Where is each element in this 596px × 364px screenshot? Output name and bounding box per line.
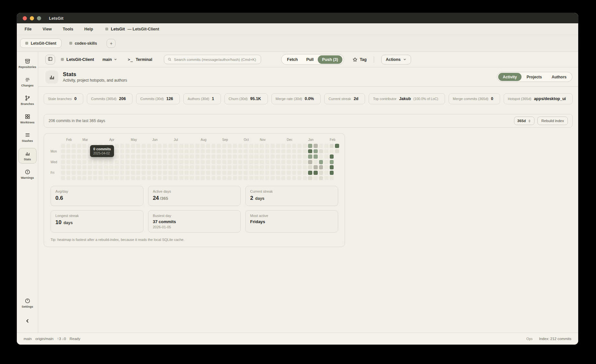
heatmap-cell[interactable] xyxy=(93,176,97,180)
heatmap-cell[interactable] xyxy=(206,144,210,148)
heatmap-cell[interactable] xyxy=(270,149,275,154)
heatmap-cell[interactable] xyxy=(233,154,237,159)
heatmap-cell[interactable] xyxy=(131,144,135,148)
heatmap-cell[interactable] xyxy=(303,176,307,180)
heatmap-cell[interactable] xyxy=(66,149,71,154)
heatmap-cell[interactable] xyxy=(281,176,285,180)
heatmap-cell[interactable] xyxy=(195,165,200,169)
heatmap-cell[interactable] xyxy=(265,176,269,180)
heatmap-cell[interactable] xyxy=(142,176,146,180)
heatmap-cell[interactable] xyxy=(158,144,162,148)
heatmap-cell[interactable] xyxy=(77,160,81,164)
sidebar-item-settings[interactable]: Settings xyxy=(18,295,37,311)
heatmap-cell[interactable] xyxy=(66,154,71,159)
heatmap-cell[interactable] xyxy=(206,149,210,154)
heatmap-cell[interactable] xyxy=(206,165,210,169)
heatmap-cell[interactable] xyxy=(201,149,205,154)
heatmap-cell[interactable] xyxy=(190,160,194,164)
heatmap-cell[interactable] xyxy=(303,149,307,154)
heatmap-cell[interactable] xyxy=(254,144,258,148)
heatmap-cell[interactable] xyxy=(61,144,65,148)
heatmap-cell[interactable] xyxy=(233,171,237,175)
heatmap-cell[interactable] xyxy=(238,171,243,175)
heatmap-cell[interactable] xyxy=(142,171,146,175)
heatmap-cell[interactable] xyxy=(147,160,151,164)
heatmap-cell[interactable] xyxy=(297,176,302,180)
heatmap-cell[interactable] xyxy=(319,154,323,159)
heatmap-cell[interactable] xyxy=(287,160,291,164)
heatmap-cell[interactable] xyxy=(195,154,200,159)
heatmap-cell[interactable] xyxy=(227,171,232,175)
heatmap-cell[interactable] xyxy=(72,176,76,180)
heatmap-cell[interactable] xyxy=(238,149,243,154)
heatmap-cell[interactable] xyxy=(195,160,200,164)
heatmap-cell[interactable] xyxy=(270,176,275,180)
heatmap-cell[interactable] xyxy=(233,160,237,164)
heatmap-cell[interactable] xyxy=(120,149,124,154)
heatmap-cell[interactable] xyxy=(174,160,178,164)
heatmap-cell[interactable] xyxy=(168,165,173,169)
heatmap-cell[interactable] xyxy=(292,171,296,175)
sidebar-item-branches[interactable]: Branches xyxy=(18,93,37,108)
heatmap-cell[interactable] xyxy=(227,176,232,180)
heatmap-cell[interactable] xyxy=(297,149,302,154)
heatmap-cell[interactable] xyxy=(131,160,135,164)
fetch-button[interactable]: Fetch xyxy=(283,57,302,62)
sidebar-item-stashes[interactable]: Stashes xyxy=(18,130,37,145)
heatmap-cell[interactable] xyxy=(227,160,232,164)
heatmap-cell[interactable] xyxy=(93,165,97,169)
heatmap-cell[interactable] xyxy=(61,171,65,175)
heatmap-cell[interactable] xyxy=(270,160,275,164)
heatmap-cell[interactable] xyxy=(276,160,280,164)
heatmap-cell[interactable] xyxy=(319,144,323,148)
heatmap-cell[interactable] xyxy=(185,171,189,175)
heatmap-cell[interactable] xyxy=(131,165,135,169)
heatmap-cell[interactable] xyxy=(179,154,183,159)
heatmap-cell[interactable] xyxy=(335,149,339,154)
heatmap-cell[interactable] xyxy=(168,144,173,148)
heatmap-cell[interactable] xyxy=(104,165,108,169)
heatmap-cell[interactable] xyxy=(233,149,237,154)
heatmap-cell[interactable] xyxy=(201,160,205,164)
heatmap-cell[interactable] xyxy=(254,176,258,180)
heatmap-cell[interactable] xyxy=(222,176,226,180)
heatmap-cell[interactable] xyxy=(131,171,135,175)
heatmap-cell[interactable] xyxy=(185,149,189,154)
heatmap-cell[interactable] xyxy=(303,171,307,175)
heatmap-cell[interactable] xyxy=(238,154,243,159)
heatmap-cell[interactable] xyxy=(179,160,183,164)
heatmap-cell[interactable] xyxy=(136,160,140,164)
heatmap-cell[interactable] xyxy=(190,154,194,159)
heatmap-cell[interactable] xyxy=(158,149,162,154)
heatmap-cell[interactable] xyxy=(120,165,124,169)
heatmap-cell[interactable] xyxy=(174,149,178,154)
heatmap-cell[interactable] xyxy=(168,149,173,154)
heatmap-cell[interactable] xyxy=(303,144,307,148)
sidebar-item-warnings[interactable]: Warnings xyxy=(18,166,37,182)
heatmap-cell[interactable] xyxy=(319,149,323,154)
heatmap-cell[interactable] xyxy=(249,160,253,164)
heatmap-cell[interactable] xyxy=(244,160,248,164)
heatmap-cell[interactable] xyxy=(82,165,86,169)
heatmap-cell[interactable] xyxy=(120,154,124,159)
heatmap-cell[interactable] xyxy=(270,165,275,169)
heatmap-cell[interactable] xyxy=(281,149,285,154)
heatmap-cell[interactable] xyxy=(163,144,167,148)
heatmap-cell[interactable] xyxy=(142,144,146,148)
heatmap-cell[interactable] xyxy=(314,149,318,154)
heatmap-cell[interactable] xyxy=(104,176,108,180)
sidebar-item-worktrees[interactable]: Worktrees xyxy=(18,111,37,127)
heatmap-cell[interactable] xyxy=(147,171,151,175)
heatmap-cell[interactable] xyxy=(206,176,210,180)
heatmap-cell[interactable] xyxy=(335,144,339,148)
heatmap-cell[interactable] xyxy=(324,165,328,169)
heatmap-cell[interactable] xyxy=(292,144,296,148)
heatmap-cell[interactable] xyxy=(77,165,81,169)
heatmap-cell[interactable] xyxy=(265,144,269,148)
heatmap-cell[interactable] xyxy=(147,154,151,159)
heatmap-cell[interactable] xyxy=(152,154,156,159)
heatmap-cell[interactable] xyxy=(66,160,71,164)
heatmap-cell[interactable] xyxy=(77,171,81,175)
heatmap-cell[interactable] xyxy=(324,154,328,159)
heatmap-cell[interactable] xyxy=(212,176,216,180)
